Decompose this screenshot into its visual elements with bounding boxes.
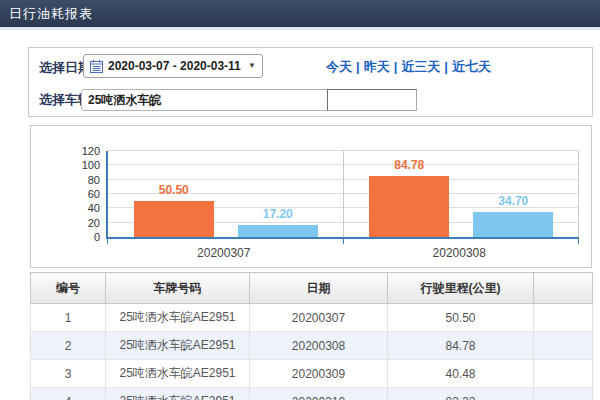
table-cell-empty — [534, 332, 593, 360]
table-cell: 20200309 — [250, 360, 388, 388]
x-axis-label: 20200307 — [106, 246, 342, 260]
quick-link-3[interactable]: 近七天 — [452, 59, 491, 74]
table-cell: 25吨洒水车皖AE2951 — [106, 360, 250, 388]
bar-value-label: 84.78 — [394, 158, 424, 172]
filter-panel: 选择日期 2020-03-07 - 2020-03-11 ▼ 今天|昨天|近三天… — [28, 47, 593, 117]
chevron-down-icon: ▼ — [248, 62, 256, 70]
table-cell: 20200308 — [250, 332, 388, 360]
data-table: 编号车牌号码日期行驶里程(公里) 125吨洒水车皖AE2951202003075… — [30, 272, 593, 400]
bar-value-label: 34.70 — [498, 194, 528, 208]
table-row[interactable]: 425吨洒水车皖AE29512020031083.32 — [31, 388, 593, 400]
bar-group-20200308: 84.7834.70 — [344, 151, 580, 237]
calendar-icon — [90, 60, 103, 73]
table-row[interactable]: 225吨洒水车皖AE29512020030884.78 — [31, 332, 593, 360]
bar[interactable]: 34.70 — [473, 212, 553, 237]
table-cell: 84.78 — [388, 332, 534, 360]
table-cell: 25吨洒水车皖AE2951 — [106, 388, 250, 400]
table-body: 125吨洒水车皖AE29512020030750.50225吨洒水车皖AE295… — [31, 304, 593, 400]
table-cell: 4 — [31, 388, 106, 400]
y-axis-tick-label: 60 — [64, 188, 100, 200]
table-header-cell: 日期 — [250, 273, 388, 304]
bar-group-20200307: 50.5017.20 — [108, 151, 344, 237]
x-axis-tick — [343, 239, 344, 244]
x-axis-tick — [578, 239, 579, 244]
table-cell: 3 — [31, 360, 106, 388]
table-cell: 83.32 — [388, 388, 534, 400]
table-header-cell: 车牌号码 — [106, 273, 250, 304]
y-axis-tick-label: 20 — [64, 217, 100, 229]
table-header-cell: 行驶里程(公里) — [388, 273, 534, 304]
date-range-value: 2020-03-07 - 2020-03-11 — [108, 59, 241, 73]
quick-date-links: 今天|昨天|近三天|近七天 — [326, 58, 491, 76]
table-cell: 40.48 — [388, 360, 534, 388]
table-cell: 50.50 — [388, 304, 534, 332]
table-cell: 2 — [31, 332, 106, 360]
table-row[interactable]: 325吨洒水车皖AE29512020030940.48 — [31, 360, 593, 388]
link-separator: | — [444, 59, 448, 74]
table-cell-empty — [534, 304, 593, 332]
search-input[interactable] — [327, 89, 417, 111]
chart-panel: 50.5017.2084.7834.7002040608010012020200… — [30, 125, 592, 268]
y-axis-tick-label: 120 — [64, 145, 100, 157]
quick-link-1[interactable]: 昨天 — [364, 59, 390, 74]
y-axis-tick-label: 40 — [64, 202, 100, 214]
link-separator: | — [394, 59, 398, 74]
x-axis-label: 20200308 — [342, 246, 578, 260]
app-header: 日行油耗报表 — [0, 0, 600, 30]
page-title: 日行油耗报表 — [0, 5, 93, 23]
x-axis-tick — [107, 239, 108, 244]
quick-link-2[interactable]: 近三天 — [401, 59, 440, 74]
table-cell: 20200307 — [250, 304, 388, 332]
table-cell: 20200310 — [250, 388, 388, 400]
table-cell: 25吨洒水车皖AE2951 — [106, 332, 250, 360]
y-axis-tick-label: 100 — [64, 159, 100, 171]
table-header-cell-empty — [534, 273, 593, 304]
bar[interactable]: 84.78 — [369, 176, 449, 237]
table-cell-empty — [534, 360, 593, 388]
bar-value-label: 50.50 — [159, 183, 189, 197]
table-row[interactable]: 125吨洒水车皖AE29512020030750.50 — [31, 304, 593, 332]
app-window: 日行油耗报表 选择日期 2020-03-07 - 2020-03-11 ▼ 今天… — [0, 0, 600, 400]
bar-chart: 50.5017.2084.7834.7002040608010012020200… — [31, 126, 591, 267]
table-cell-empty — [534, 388, 593, 400]
table-header-cell: 编号 — [31, 273, 106, 304]
quick-link-0[interactable]: 今天 — [326, 59, 352, 74]
bar[interactable]: 50.50 — [134, 201, 214, 237]
y-axis-tick-label: 0 — [64, 231, 100, 243]
bar[interactable]: 17.20 — [238, 225, 318, 237]
y-axis-tick-label: 80 — [64, 174, 100, 186]
table-cell: 1 — [31, 304, 106, 332]
link-separator: | — [356, 59, 360, 74]
bar-value-label: 17.20 — [263, 207, 293, 221]
date-range-select[interactable]: 2020-03-07 - 2020-03-11 ▼ — [83, 54, 263, 78]
chart-plot-area: 50.5017.2084.7834.70 — [106, 151, 579, 239]
table-cell: 25吨洒水车皖AE2951 — [106, 304, 250, 332]
table-header-row: 编号车牌号码日期行驶里程(公里) — [31, 273, 593, 304]
vehicle-input[interactable] — [81, 89, 331, 111]
